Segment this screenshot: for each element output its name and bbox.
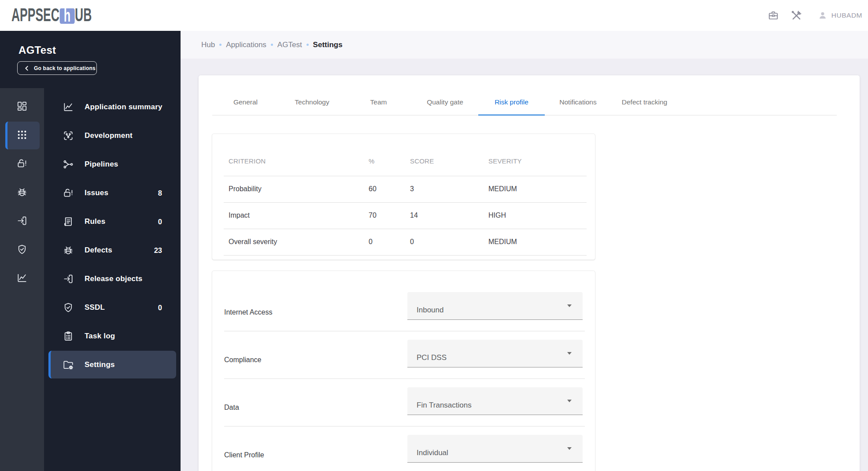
breadcrumb-applications[interactable]: Applications xyxy=(226,41,266,49)
cell-percent: 60 xyxy=(369,185,410,193)
logo-text-right: UB xyxy=(75,6,92,24)
breadcrumb: HubApplicationsAGTestSettings xyxy=(181,31,868,59)
risk-table-row-probability: Probability603MEDIUM xyxy=(212,176,595,202)
rail-item-shield-check[interactable] xyxy=(0,236,44,264)
rail-item-exit[interactable] xyxy=(0,207,44,236)
cell-percent: 70 xyxy=(369,211,410,219)
sidebar-item-task-log[interactable]: Task log xyxy=(44,322,181,350)
cell-severity: MEDIUM xyxy=(488,185,595,193)
select-client-profile[interactable]: Individual xyxy=(407,435,583,463)
cell-percent: 0 xyxy=(369,238,410,246)
sidebar-item-defects[interactable]: Defects23 xyxy=(44,236,181,264)
dropdown-arrow-icon xyxy=(567,447,572,450)
sidebar-item-application-summary[interactable]: Application summary xyxy=(44,93,181,121)
logo-text-left: APPSEC xyxy=(11,6,59,24)
cell-score: 0 xyxy=(410,238,488,246)
rail-item-lock-alert[interactable] xyxy=(0,150,44,178)
field-label: Client Profile xyxy=(224,451,264,460)
cell-criterion: Probability xyxy=(229,185,369,193)
user-name[interactable]: HUBADM xyxy=(831,11,862,19)
bug-icon xyxy=(63,245,74,258)
select-value: PCI DSS xyxy=(417,353,447,362)
rules-icon xyxy=(63,216,74,229)
form-row-compliance: CompliancePCI DSS xyxy=(212,331,595,378)
tab-team[interactable]: Team xyxy=(345,89,412,115)
risk-table-header: CRITERION%SCORESEVERITY xyxy=(212,134,595,176)
rail-item-chart[interactable] xyxy=(0,264,44,293)
sidebar-item-badge: 0 xyxy=(158,303,162,312)
select-data[interactable]: Fin Transactions xyxy=(407,387,583,415)
dev-icon xyxy=(63,130,74,143)
sidebar-item-label: SSDL xyxy=(85,303,105,312)
sidebar-app-name: AGTest xyxy=(18,44,56,56)
tab-quality-gate[interactable]: Quality gate xyxy=(412,89,478,115)
form-row-internet-access: Internet AccessInbound xyxy=(212,283,595,331)
dropdown-arrow-icon xyxy=(567,304,572,307)
breadcrumb-separator-dot xyxy=(271,44,273,46)
chart-icon xyxy=(63,101,74,115)
shield-check-icon xyxy=(63,302,74,315)
sidebar-item-issues[interactable]: Issues8 xyxy=(44,178,181,207)
sidebar-item-release-objects[interactable]: Release objects xyxy=(44,264,181,293)
top-header: APPSEC h UB HUBADM xyxy=(0,0,868,31)
sidebar: AGTest Go back to applications Applicati… xyxy=(0,31,181,471)
go-back-button[interactable]: Go back to applications xyxy=(17,61,97,75)
rail-item-dashboard[interactable] xyxy=(0,93,44,121)
risk-criteria-card: CRITERION%SCORESEVERITY Probability603ME… xyxy=(212,134,595,260)
user-avatar-icon xyxy=(818,11,827,20)
content-panel: GeneralTechnologyTeamQuality gateRisk pr… xyxy=(199,75,860,471)
sidebar-item-label: Issues xyxy=(85,189,108,197)
sidebar-item-settings[interactable]: Settings xyxy=(44,350,181,379)
sidebar-item-pipelines[interactable]: Pipelines xyxy=(44,150,181,178)
logo-h-icon: h xyxy=(59,8,74,24)
col-header-: % xyxy=(369,157,410,165)
sidebar-item-label: Pipelines xyxy=(85,160,118,169)
risk-table-row-impact: Impact7014HIGH xyxy=(212,202,595,229)
risk-form-card: Internet AccessInboundCompliancePCI DSSD… xyxy=(212,271,595,471)
exit-icon xyxy=(63,273,74,286)
sidebar-item-rules[interactable]: Rules0 xyxy=(44,207,181,236)
folder-gear-icon xyxy=(63,359,74,372)
sidebar-item-label: Rules xyxy=(85,217,105,226)
sidebar-item-label: Development xyxy=(85,131,133,140)
sidebar-item-ssdl[interactable]: SSDL0 xyxy=(44,293,181,322)
pipeline-icon xyxy=(63,159,74,172)
form-row-client-profile: Client ProfileIndividual xyxy=(212,426,595,471)
bug-icon xyxy=(16,186,28,200)
risk-table-row-overall-severity: Overall severity00MEDIUM xyxy=(212,229,595,255)
cell-criterion: Overall severity xyxy=(229,238,369,246)
table-bottom-divider xyxy=(224,255,587,256)
breadcrumb-agtest[interactable]: AGTest xyxy=(277,41,302,49)
breadcrumb-hub[interactable]: Hub xyxy=(201,41,215,49)
tab-technology[interactable]: Technology xyxy=(279,89,345,115)
breadcrumb-separator-dot xyxy=(307,44,309,46)
exit-icon xyxy=(16,215,28,228)
chevron-left-icon xyxy=(24,65,30,71)
rail-item-apps[interactable] xyxy=(0,121,44,150)
appsechub-logo[interactable]: APPSEC h UB xyxy=(11,6,92,24)
dropdown-arrow-icon xyxy=(567,352,572,355)
shield-check-icon xyxy=(16,244,28,257)
go-back-label: Go back to applications xyxy=(34,65,96,71)
cell-score: 14 xyxy=(410,211,488,219)
sidebar-item-label: Task log xyxy=(85,332,115,341)
chart-icon xyxy=(16,272,28,286)
sidebar-item-development[interactable]: Development xyxy=(44,121,181,150)
select-compliance[interactable]: PCI DSS xyxy=(407,340,583,367)
tab-general[interactable]: General xyxy=(212,89,279,115)
lock-alert-icon xyxy=(63,187,74,200)
tab-defect-tracking[interactable]: Defect tracking xyxy=(611,89,678,115)
tab-notifications[interactable]: Notifications xyxy=(545,89,611,115)
field-label: Compliance xyxy=(224,356,261,364)
rail-item-bug[interactable] xyxy=(0,178,44,207)
toolbox-icon[interactable] xyxy=(768,10,779,21)
tab-risk-profile[interactable]: Risk profile xyxy=(478,89,545,115)
select-internet-access[interactable]: Inbound xyxy=(407,292,583,320)
sidebar-item-badge: 8 xyxy=(158,189,162,197)
select-value: Fin Transactions xyxy=(417,401,472,410)
cell-criterion: Impact xyxy=(229,211,369,219)
admin-tools-icon[interactable] xyxy=(790,10,802,21)
apps-icon xyxy=(16,129,28,142)
field-label: Data xyxy=(224,403,239,412)
form-row-data: DataFin Transactions xyxy=(212,378,595,426)
